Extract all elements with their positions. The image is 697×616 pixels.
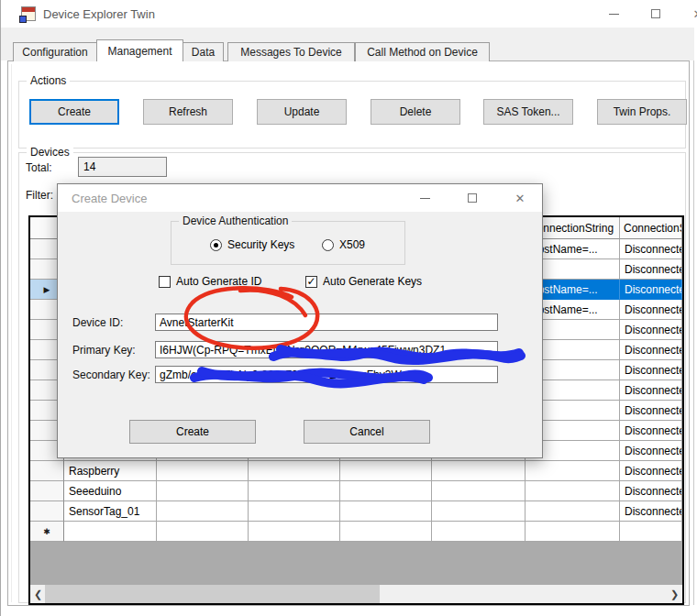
horizontal-scrollbar[interactable]: ❮ ❯ [30, 585, 682, 603]
device-id-input[interactable]: AvnetStarterKit [155, 314, 498, 331]
cell[interactable] [157, 501, 249, 522]
device-authentication-label: Device Authentication [179, 214, 292, 227]
minimize-icon [420, 198, 430, 199]
sas-token-button[interactable]: SAS Token... [483, 99, 573, 125]
maximize-icon [651, 9, 660, 18]
cell-connection-state[interactable] [620, 522, 682, 542]
cell-device-id[interactable]: Raspberry [64, 461, 157, 481]
cell-connection-state[interactable]: Disconnected [620, 421, 682, 441]
cell[interactable] [157, 461, 249, 481]
cell[interactable] [340, 522, 432, 542]
maximize-button[interactable] [637, 0, 674, 28]
row-header-cell[interactable] [30, 481, 64, 501]
dialog-cancel-button[interactable]: Cancel [304, 420, 430, 444]
cell[interactable] [432, 501, 526, 522]
radio-x509[interactable]: X509 [322, 238, 365, 251]
cell[interactable] [157, 481, 249, 501]
total-field[interactable]: 14 [78, 157, 167, 177]
cell-connection-state[interactable]: Disconnected [620, 280, 682, 300]
tab-configuration[interactable]: Configuration [13, 42, 97, 61]
window-border [0, 0, 1, 616]
update-button[interactable]: Update [257, 99, 347, 125]
minimize-button[interactable] [595, 0, 632, 28]
cell-connection-string[interactable] [526, 481, 620, 501]
auto-generate-keys-label: Auto Generate Keys [323, 275, 422, 288]
filter-label: Filter: [26, 189, 53, 202]
secondary-key-input[interactable]: gZmb/e7VPoFizNy0r82nx79tnTQ=EYxwrqFhy3Ww… [155, 366, 498, 383]
cell[interactable] [432, 461, 526, 481]
scroll-left-icon[interactable]: ❮ [30, 585, 46, 603]
cell-connection-string[interactable] [526, 522, 620, 542]
cell[interactable] [340, 481, 432, 501]
cell-connection-state[interactable]: Disconnected [620, 441, 682, 461]
create-button[interactable]: Create [29, 99, 119, 125]
cell-device-id[interactable]: Seeeduino [64, 481, 157, 501]
checkbox-auto-generate-id[interactable]: Auto Generate ID [159, 275, 261, 288]
dialog-title-bar: Create Device ✕ [58, 184, 542, 212]
checkbox-auto-generate-keys[interactable]: ✓ Auto Generate Keys [305, 275, 422, 288]
cell-connection-state[interactable]: Disconnected [620, 340, 682, 360]
grid-empty-area [30, 542, 682, 585]
cell-connection-state[interactable]: Disconnected [620, 360, 682, 380]
cell-connection-state[interactable]: Disconnected [620, 481, 682, 501]
cell-device-id[interactable]: SensorTag_01 [64, 501, 157, 522]
cell-connection-state[interactable]: Disconnected [620, 461, 682, 481]
new-row-icon[interactable]: ✱ [30, 522, 64, 542]
cell[interactable] [249, 501, 340, 522]
primary-key-input[interactable]: I6HJW(Cp-RPQ=TmxEuNNrg9QQR=M4rwq45Fiwwn3… [155, 341, 498, 358]
cell-connection-state[interactable]: Disconnected [620, 501, 682, 522]
window-border [693, 0, 694, 605]
cell-connection-string[interactable] [526, 501, 620, 522]
tab-management[interactable]: Management [96, 39, 183, 61]
window-title: Device Explorer Twin [43, 7, 155, 21]
cell[interactable] [249, 481, 340, 501]
grid-row[interactable]: RaspberryDisconnected [30, 461, 682, 481]
dialog-close-button[interactable]: ✕ [503, 184, 537, 212]
refresh-button[interactable]: Refresh [143, 99, 233, 125]
close-button[interactable]: ✕ [680, 0, 697, 28]
tab-messages-to-device[interactable]: Messages To Device [227, 42, 355, 61]
tab-call-method-on-device[interactable]: Call Method on Device [355, 42, 490, 61]
cell-connection-state[interactable]: Disconnected [620, 300, 682, 320]
dialog-maximize-button[interactable] [456, 184, 489, 212]
cell-connection-state[interactable]: Disconnected [620, 401, 682, 421]
device-id-label: Device ID: [72, 316, 123, 329]
delete-button[interactable]: Delete [371, 99, 460, 125]
cell[interactable] [340, 501, 432, 522]
minimize-icon [609, 14, 619, 15]
cell[interactable] [432, 481, 526, 501]
primary-key-label: Primary Key: [72, 344, 136, 357]
radio-security-keys[interactable]: Security Keys [210, 238, 294, 251]
app-icon [21, 6, 36, 21]
cell[interactable] [157, 522, 249, 542]
grid-row[interactable]: SensorTag_01Disconnected [30, 501, 682, 522]
cell-connection-state[interactable]: Disconnected [620, 380, 682, 401]
cell[interactable] [340, 461, 432, 481]
radio-security-keys-label: Security Keys [227, 238, 294, 251]
cell-connection-state[interactable]: Disconnected [620, 239, 682, 259]
cell[interactable] [249, 461, 340, 481]
grid-new-row[interactable]: ✱ [30, 522, 682, 542]
row-header-cell[interactable] [30, 461, 64, 481]
tab-data[interactable]: Data [183, 42, 224, 61]
dialog-minimize-button[interactable] [408, 184, 441, 212]
scroll-right-icon[interactable]: ❯ [667, 585, 682, 603]
row-header-cell[interactable] [30, 501, 64, 522]
cell[interactable] [432, 522, 526, 542]
cell[interactable] [249, 522, 340, 542]
cell-connection-state[interactable]: Disconnected [620, 259, 682, 280]
grid-header-connection-state[interactable]: ConnectionState [620, 217, 682, 239]
close-icon: ✕ [693, 7, 697, 21]
checkbox-unchecked-icon [159, 276, 171, 288]
total-label: Total: [26, 161, 52, 174]
cell-connection-state[interactable]: Disconnected [620, 320, 682, 340]
tab-page-inner-edge [11, 64, 12, 602]
scrollbar-thumb[interactable] [45, 585, 380, 603]
cell-connection-string[interactable] [526, 461, 620, 481]
cell-device-id[interactable] [64, 522, 157, 542]
radio-x509-label: X509 [339, 238, 365, 251]
grid-row[interactable]: SeeeduinoDisconnected [30, 481, 682, 501]
twin-props-button[interactable]: Twin Props. [597, 99, 687, 125]
dialog-create-button[interactable]: Create [129, 420, 256, 444]
dialog-title: Create Device [72, 192, 147, 205]
